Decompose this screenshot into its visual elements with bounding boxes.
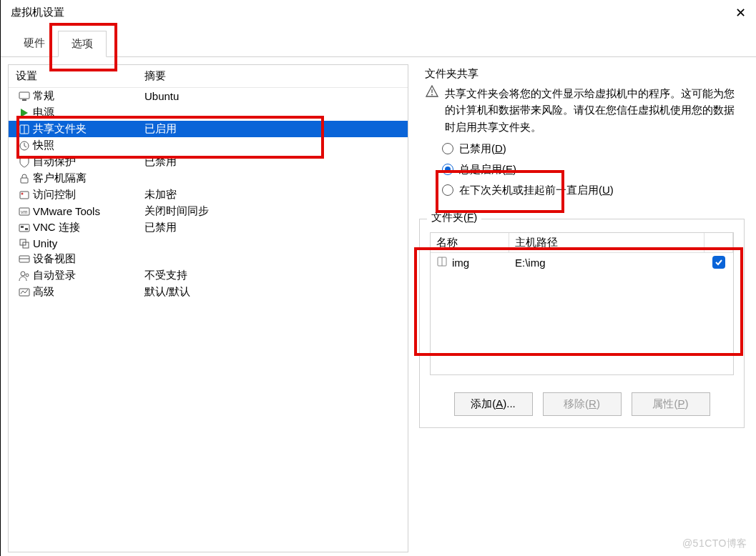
titlebar: 虚拟机设置 ✕ <box>1 0 756 25</box>
setting-autoprotect[interactable]: 自动保护 已禁用 <box>9 154 408 170</box>
folder-list-header: 名称 主机路径 <box>431 233 733 253</box>
properties-button[interactable]: 属性(P) <box>632 392 710 416</box>
setting-unity[interactable]: Unity <box>9 236 408 251</box>
tab-options[interactable]: 选项 <box>58 31 107 57</box>
folders-group: 文件夹(F) 名称 主机路径 img E: <box>419 219 745 428</box>
shield-icon <box>16 157 33 168</box>
close-icon[interactable]: ✕ <box>735 5 746 21</box>
setting-advanced[interactable]: 高级 默认/默认 <box>9 284 408 300</box>
vm-icon: vm <box>16 206 33 217</box>
col-enabled <box>705 233 733 252</box>
watermark: @51CTO博客 <box>682 537 747 550</box>
setting-label: 客户机隔离 <box>33 172 144 185</box>
setting-summary: 已禁用 <box>144 221 401 234</box>
radio-icon <box>442 143 453 154</box>
setting-device-view[interactable]: 设备视图 <box>9 251 408 267</box>
key-icon <box>16 189 33 201</box>
shared-folders-panel: 文件夹共享 共享文件夹会将您的文件显示给虚拟机中的程序。这可能为您的计算机和数据… <box>412 57 756 556</box>
warning-text: 共享文件夹会将您的文件显示给虚拟机中的程序。这可能为您的计算机和数据带来风险。请… <box>445 85 739 135</box>
setting-general[interactable]: 常规 Ubuntu <box>9 88 408 104</box>
svg-rect-15 <box>25 228 28 230</box>
setting-label: 访问控制 <box>33 188 144 202</box>
setting-vnc[interactable]: VNC 连接 已禁用 <box>9 219 408 236</box>
folders-group-label: 文件夹(F) <box>427 211 481 224</box>
radio-label: 在下次关机或挂起前一直启用(U) <box>459 184 614 197</box>
chart-icon <box>16 287 33 298</box>
clock-icon <box>16 140 33 152</box>
settings-list: 设置 摘要 常规 Ubuntu 电源 <box>8 64 408 552</box>
setting-label: 共享文件夹 <box>33 122 144 136</box>
warning-icon <box>425 85 439 135</box>
svg-text:vm: vm <box>21 209 28 214</box>
unity-icon <box>16 238 33 249</box>
radio-always-enabled[interactable]: 总是启用(E) <box>442 163 745 177</box>
svg-rect-0 <box>19 92 29 99</box>
remove-button[interactable]: 移除(R) <box>543 392 622 416</box>
setting-autologin[interactable]: 自动登录 不受支持 <box>9 267 408 284</box>
folder-buttons: 添加(A)... 移除(R) 属性(P) <box>420 385 744 427</box>
setting-summary: Ubuntu <box>144 90 401 102</box>
svg-marker-2 <box>21 109 28 117</box>
setting-snapshot[interactable]: 快照 <box>9 137 408 154</box>
radio-disabled[interactable]: 已禁用(D) <box>442 142 745 156</box>
radio-group: 已禁用(D) 总是启用(E) 在下次关机或挂起前一直启用(U) <box>442 142 745 197</box>
setting-label: 常规 <box>33 89 144 103</box>
content-area: 设置 摘要 常规 Ubuntu 电源 <box>1 56 756 556</box>
section-title: 文件夹共享 <box>425 67 745 81</box>
radio-icon <box>442 184 453 196</box>
setting-vmware-tools[interactable]: vm VMware Tools 关闭时间同步 <box>9 203 408 219</box>
svg-rect-8 <box>21 178 28 183</box>
radio-label: 总是启用(E) <box>459 163 516 177</box>
setting-summary: 不受支持 <box>144 269 401 282</box>
setting-label: VNC 连接 <box>33 221 144 234</box>
setting-summary: 已启用 <box>144 122 401 136</box>
lock-icon <box>16 173 33 184</box>
setting-label: 自动保护 <box>33 155 144 169</box>
setting-summary: 关闭时间同步 <box>144 204 401 218</box>
add-button[interactable]: 添加(A)... <box>454 392 533 416</box>
setting-label: VMware Tools <box>33 205 144 217</box>
setting-shared-folders[interactable]: 共享文件夹 已启用 <box>9 121 408 137</box>
setting-summary: 未加密 <box>144 188 401 202</box>
setting-label: 自动登录 <box>33 269 144 282</box>
vm-settings-window: 虚拟机设置 ✕ 硬件 选项 设置 摘要 常规 Ubuntu 电源 <box>0 0 756 556</box>
user-icon <box>16 270 33 282</box>
radio-label: 已禁用(D) <box>459 142 506 156</box>
folder-list[interactable]: 名称 主机路径 img E:\img <box>430 232 734 375</box>
setting-label: 电源 <box>33 106 144 119</box>
setting-power[interactable]: 电源 <box>9 104 408 121</box>
device-icon <box>16 254 33 265</box>
folder-row[interactable]: img E:\img <box>431 253 733 272</box>
checkbox-enabled[interactable] <box>712 256 725 269</box>
setting-label: 高级 <box>33 285 144 299</box>
play-icon <box>16 107 33 119</box>
setting-summary: 默认/默认 <box>144 285 401 299</box>
vnc-icon <box>16 222 33 234</box>
col-name: 名称 <box>431 233 509 252</box>
svg-point-25 <box>431 94 433 96</box>
warning-row: 共享文件夹会将您的文件显示给虚拟机中的程序。这可能为您的计算机和数据带来风险。请… <box>419 85 745 135</box>
column-summary: 摘要 <box>144 69 401 83</box>
svg-line-7 <box>24 146 26 147</box>
setting-guest-isolation[interactable]: 客户机隔离 <box>9 170 408 187</box>
folder-icon <box>436 256 448 269</box>
monitor-icon <box>16 91 33 102</box>
setting-access-control[interactable]: 访问控制 未加密 <box>9 187 408 203</box>
svg-rect-14 <box>21 226 24 228</box>
svg-point-21 <box>26 274 29 277</box>
folder-name: img <box>452 257 469 269</box>
tabs: 硬件 选项 <box>1 31 756 57</box>
window-title: 虚拟机设置 <box>11 6 64 19</box>
svg-point-10 <box>21 192 24 194</box>
col-path: 主机路径 <box>509 233 705 252</box>
setting-label: 设备视图 <box>33 252 144 266</box>
tab-hardware[interactable]: 硬件 <box>11 31 58 57</box>
svg-rect-9 <box>20 192 29 199</box>
setting-label: Unity <box>33 237 144 249</box>
radio-icon <box>442 164 453 175</box>
radio-until-poweroff[interactable]: 在下次关机或挂起前一直启用(U) <box>442 184 745 197</box>
folder-path: E:\img <box>509 254 705 272</box>
setting-summary: 已禁用 <box>144 155 401 169</box>
setting-label: 快照 <box>33 139 144 152</box>
svg-rect-1 <box>22 99 26 101</box>
